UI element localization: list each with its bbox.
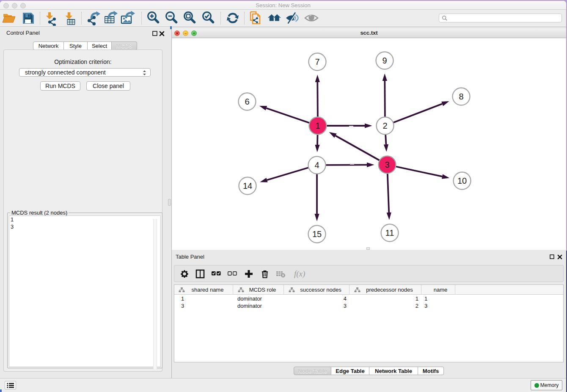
svg-text:11: 11 — [385, 228, 394, 237]
svg-text:7: 7 — [315, 57, 319, 66]
svg-text:f(x): f(x) — [294, 269, 305, 279]
svg-text:6: 6 — [245, 97, 249, 106]
svg-text:1: 1 — [315, 121, 320, 130]
svg-text:10: 10 — [457, 176, 467, 185]
svg-text:8: 8 — [459, 92, 463, 101]
svg-text:9: 9 — [382, 56, 387, 65]
svg-text:15: 15 — [312, 229, 322, 239]
svg-text:3: 3 — [385, 160, 389, 169]
svg-text:14: 14 — [243, 181, 252, 190]
svg-text:2: 2 — [383, 121, 387, 130]
svg-text:4: 4 — [314, 160, 319, 170]
